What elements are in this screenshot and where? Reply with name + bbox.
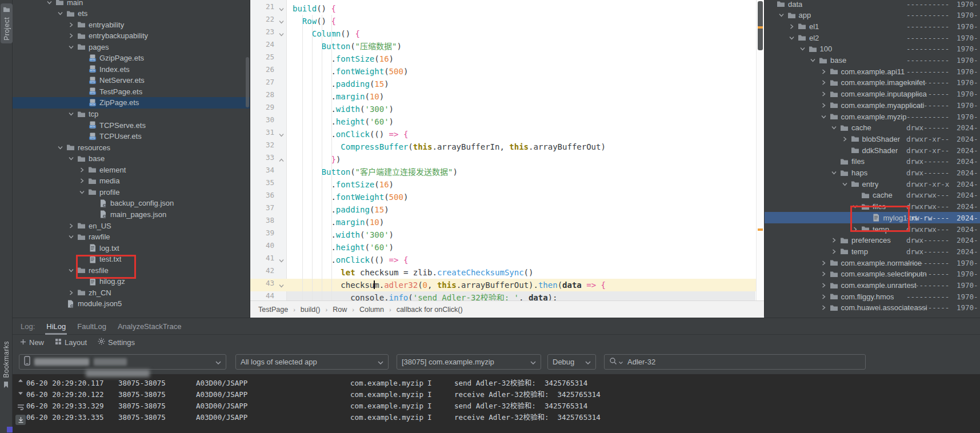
device-tree-item[interactable]: base----------1970- — [765, 55, 980, 66]
breadcrumb-item[interactable]: Row — [333, 306, 347, 314]
chevron-expanded-icon[interactable] — [809, 57, 817, 64]
breadcrumb-item[interactable]: TestPage — [258, 306, 288, 314]
chevron-expanded-icon[interactable] — [57, 10, 64, 17]
chevron-collapsed-icon[interactable] — [820, 79, 827, 86]
chevron-expanded-icon[interactable] — [830, 169, 838, 177]
device-tree-item[interactable]: cachedrwxrwx---2024- — [765, 190, 980, 201]
chevron-collapsed-icon[interactable] — [841, 135, 849, 143]
device-tree-item[interactable]: tempdrwx------2024- — [765, 246, 980, 257]
chevron-collapsed-icon[interactable] — [788, 23, 795, 30]
project-tree-item[interactable]: tcp — [13, 109, 250, 120]
project-tree-item[interactable]: ETSGzipPage.ets — [13, 53, 250, 64]
code-line[interactable]: 35 .fontSize(16) — [250, 178, 764, 191]
code-line[interactable]: 44 console.info('send Adler-32校验和: ', da… — [250, 291, 764, 300]
chevron-collapsed-icon[interactable] — [830, 248, 838, 255]
device-tree-item[interactable]: hapsdrwx------2024- — [765, 167, 980, 179]
project-tree-item[interactable]: ETSTCPUser.ets — [13, 131, 250, 142]
device-tree-item[interactable]: cachedrwx------2024- — [765, 122, 980, 134]
chevron-expanded-icon[interactable] — [830, 124, 838, 131]
code-line[interactable]: 33 }) — [250, 153, 764, 166]
code-line[interactable]: 32 CompressBuffer(this.arrayBufferIn, th… — [250, 141, 764, 153]
project-tree-item[interactable]: ETSNetServer.ets — [13, 75, 250, 86]
chevron-expanded-icon[interactable] — [799, 45, 806, 53]
breadcrumb-item[interactable]: callback for onClick() — [397, 306, 463, 314]
project-tree-item[interactable]: hilog.gz — [13, 276, 250, 287]
chevron-collapsed-icon[interactable] — [820, 102, 827, 109]
device-tree-item[interactable]: com.fliggy.hmos----------1970- — [765, 291, 980, 302]
chevron-expanded-icon[interactable] — [78, 189, 86, 196]
log-search-input[interactable]: Adler-32 — [604, 354, 866, 370]
project-tree-item[interactable]: profile — [13, 186, 250, 198]
editor-scrollbar-thumb[interactable] — [758, 1, 763, 50]
device-tree-item[interactable]: app----------1970- — [765, 10, 980, 21]
chevron-expanded-icon[interactable] — [67, 43, 75, 51]
chevron-expanded-icon[interactable] — [67, 155, 75, 162]
code-viewport[interactable]: 21build() {22 Row() {23 Column() {24 But… — [250, 0, 764, 300]
breadcrumb-item[interactable]: build() — [301, 306, 321, 314]
project-tree-item[interactable]: main_pages.json — [13, 209, 250, 220]
breadcrumb-item[interactable]: Column — [359, 306, 384, 314]
project-tree-item[interactable]: element — [13, 164, 250, 175]
project-tree-item[interactable]: ETSTCPServe.ets — [13, 119, 250, 131]
chevron-expanded-icon[interactable] — [67, 233, 75, 240]
project-tree-item[interactable]: resources — [13, 142, 250, 153]
code-line[interactable]: 28 .margin(10) — [250, 90, 764, 103]
device-tree-item[interactable]: com.huawei.associateassi----------1970- — [765, 302, 980, 314]
chevron-collapsed-icon[interactable] — [820, 259, 827, 267]
code-line[interactable]: 43 checksum.adler32(0, this.arrayBufferO… — [250, 279, 764, 291]
project-tree-item[interactable]: rawfile — [13, 231, 250, 243]
editor-scrollbar[interactable] — [756, 0, 764, 300]
fold-close-icon[interactable] — [277, 153, 285, 166]
error-stripe-mark[interactable] — [758, 26, 763, 29]
chevron-collapsed-icon[interactable] — [820, 282, 827, 289]
code-line[interactable]: 40 .height('60') — [250, 241, 764, 254]
project-scrollbar[interactable] — [246, 57, 249, 107]
project-tree-item[interactable]: ETSTestPage.ets — [13, 86, 250, 97]
device-tree-item[interactable]: el1----------1970- — [765, 21, 980, 32]
code-line[interactable]: 41 .onClick(() => { — [250, 254, 764, 266]
device-tree-item[interactable]: com.example.myzip----------1970- — [765, 111, 980, 122]
code-line[interactable]: 25 .fontSize(16) — [250, 53, 764, 65]
project-tree-item[interactable]: entrybackupability — [13, 30, 250, 42]
fold-open-icon[interactable] — [277, 279, 285, 291]
chevron-expanded-icon[interactable] — [67, 110, 75, 118]
code-line[interactable]: 31 .onClick(() => { — [250, 128, 764, 141]
tab-hilog[interactable]: HiLog — [46, 322, 66, 331]
device-tree-item[interactable]: entrydrwxr-xr-x2024- — [765, 178, 980, 190]
code-line[interactable]: 39 .width('300') — [250, 228, 764, 241]
device-tree-item[interactable]: com.example.normalrice----------1970- — [765, 257, 980, 268]
project-tree-item[interactable]: main — [13, 0, 250, 8]
device-tree-item[interactable]: com.example.selectinputn----------1970- — [765, 268, 980, 280]
device-tree-item[interactable]: preferencesdrwx------2024- — [765, 235, 980, 246]
chevron-collapsed-icon[interactable] — [67, 21, 75, 29]
log-scope-selector[interactable]: All logs of selected app — [235, 354, 389, 370]
log-level-selector[interactable]: Debug — [547, 354, 596, 370]
log-entry[interactable]: 06-20 20:29:33.33538075-38075A03D00/JSAP… — [13, 412, 980, 423]
project-tree-item[interactable]: resfile — [13, 264, 250, 276]
fold-open-icon[interactable] — [277, 15, 285, 27]
project-tree-item[interactable]: entryability — [13, 19, 250, 30]
code-line[interactable]: 23 Column() { — [250, 27, 764, 40]
chevron-collapsed-icon[interactable] — [67, 222, 75, 230]
settings-button[interactable]: Settings — [98, 338, 135, 347]
device-tree-item[interactable]: 100----------1970- — [765, 43, 980, 55]
chevron-collapsed-icon[interactable] — [67, 32, 75, 39]
log-entry[interactable]: 06-20 20:29:20.12238075-38075A03D00/JSAP… — [13, 389, 980, 400]
device-tree-item[interactable]: com.example.myapplicati----------1970- — [765, 99, 980, 111]
chevron-collapsed-icon[interactable] — [820, 68, 827, 75]
tab-analyzestacktrace[interactable]: AnalyzeStackTrace — [118, 322, 182, 331]
chevron-collapsed-icon[interactable] — [820, 270, 827, 278]
project-tree-item[interactable]: base — [13, 153, 250, 165]
chevron-collapsed-icon[interactable] — [820, 304, 827, 311]
chevron-collapsed-icon[interactable] — [78, 177, 86, 185]
code-line[interactable]: 22 Row() { — [250, 15, 764, 27]
chevron-collapsed-icon[interactable] — [851, 226, 859, 233]
device-tree-item[interactable]: com.example.unrartest----------1970- — [765, 280, 980, 291]
log-entry[interactable]: 06-20 20:29:33.32938075-38075A03D00/JSAP… — [13, 400, 980, 412]
code-line[interactable]: 27 .padding(15) — [250, 78, 764, 90]
device-tree-item[interactable]: blobShaderdrwxr-xr--2024- — [765, 133, 980, 145]
chevron-expanded-icon[interactable] — [820, 113, 827, 121]
project-tree-item[interactable]: media — [13, 175, 250, 187]
device-tree-item[interactable]: filesdrwxrwx---2024- — [765, 201, 980, 213]
fold-open-icon[interactable] — [277, 128, 285, 141]
